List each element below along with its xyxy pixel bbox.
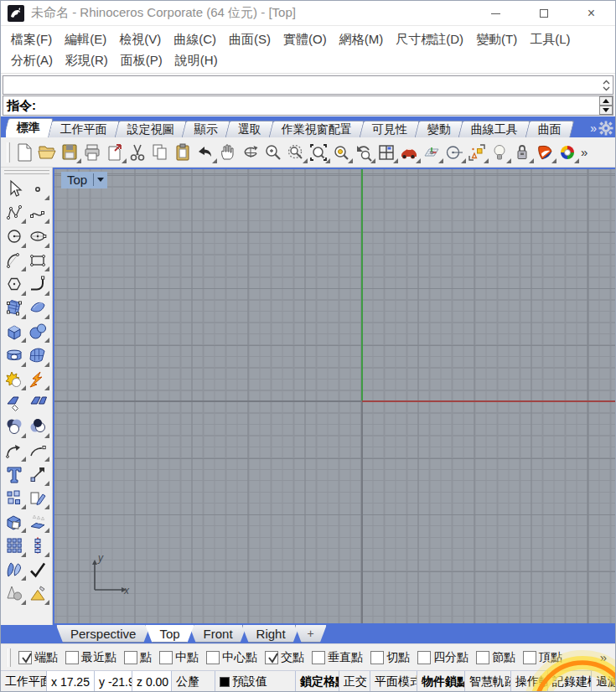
spinner-up-button[interactable] bbox=[599, 96, 613, 106]
osnap-overflow-chevron[interactable]: » bbox=[600, 650, 607, 664]
sidebar-text-button[interactable] bbox=[3, 463, 26, 486]
command-history-scrollbar[interactable] bbox=[600, 76, 612, 94]
status-cell[interactable]: 鎖定格點 bbox=[296, 671, 339, 692]
toolbar-tab[interactable]: 設定視圖 bbox=[115, 121, 188, 137]
toolbar-rotate-view-button[interactable] bbox=[240, 141, 262, 163]
gear-icon[interactable] bbox=[598, 121, 613, 136]
sidebar-spotlight-button[interactable] bbox=[27, 582, 49, 605]
sidebar-rectangle-button[interactable] bbox=[27, 249, 49, 271]
osnap-checkbox[interactable] bbox=[370, 651, 384, 664]
toolbar-paste-button[interactable] bbox=[172, 141, 194, 163]
osnap-checkbox[interactable] bbox=[476, 651, 489, 664]
status-cell[interactable]: 過濾器 bbox=[592, 671, 616, 692]
sidebar-ellipse-button[interactable] bbox=[27, 225, 49, 248]
toolbar-light-button[interactable] bbox=[489, 141, 511, 163]
toolbar-zoom-window-button[interactable] bbox=[285, 141, 308, 163]
osnap-item[interactable]: 交點 bbox=[265, 650, 304, 665]
sidebar-hatch-button[interactable] bbox=[27, 487, 49, 509]
sidebar-scale-button[interactable] bbox=[27, 463, 49, 486]
status-cell[interactable]: 智慧軌跡 bbox=[465, 671, 511, 692]
osnap-item[interactable]: 垂直點 bbox=[312, 650, 363, 665]
osnap-item[interactable]: 中點 bbox=[159, 650, 199, 665]
menu-item[interactable]: 彩現(R) bbox=[65, 53, 108, 69]
top-viewport[interactable]: Top y x bbox=[54, 169, 615, 623]
sidebar-primitives-button[interactable] bbox=[3, 582, 26, 605]
toolbar-tab[interactable]: 選取 bbox=[225, 121, 275, 137]
command-history[interactable] bbox=[3, 75, 613, 95]
sidebar-solid-union-button[interactable] bbox=[3, 510, 26, 533]
minimize-button[interactable] bbox=[472, 1, 520, 26]
sidebar-block-button[interactable] bbox=[3, 487, 26, 509]
toolbar-zoom-extents-button[interactable] bbox=[308, 141, 330, 163]
osnap-checkbox[interactable] bbox=[18, 651, 32, 664]
toolbar-overflow-chevron[interactable]: » bbox=[581, 145, 588, 159]
sidebar-explode-button[interactable] bbox=[27, 368, 49, 390]
status-cell[interactable]: x 17.25 bbox=[47, 671, 95, 692]
osnap-item[interactable]: 四分點 bbox=[417, 650, 468, 665]
toolbar-new-file-button[interactable] bbox=[13, 141, 36, 163]
status-cell[interactable]: 記錄建構歷史 bbox=[548, 671, 592, 692]
osnap-item[interactable]: 節點 bbox=[476, 650, 515, 665]
osnap-checkbox[interactable] bbox=[312, 651, 325, 664]
toolbar-tab[interactable]: 曲面 bbox=[525, 121, 575, 137]
toolbar-tab[interactable]: 變動 bbox=[415, 121, 464, 137]
menu-item[interactable]: 檔案(F) bbox=[11, 32, 52, 48]
status-cell[interactable]: z 0.00 bbox=[132, 671, 172, 692]
toolbar-circle-toggle-button[interactable] bbox=[443, 141, 466, 163]
menu-item[interactable]: 編輯(E) bbox=[65, 32, 106, 48]
toolbar-undo-button[interactable] bbox=[194, 141, 217, 163]
toolbar-viewport-layout-button[interactable] bbox=[375, 141, 398, 163]
toolbar-display-wheel-button[interactable] bbox=[556, 141, 579, 163]
sidebar-surface-grid-button[interactable] bbox=[3, 297, 26, 319]
osnap-checkbox[interactable] bbox=[523, 651, 536, 664]
sidebar-circle-button[interactable] bbox=[3, 225, 26, 248]
sidebar-check-button[interactable] bbox=[27, 558, 49, 581]
tab-overflow-chevron[interactable]: » bbox=[590, 121, 597, 135]
viewport-tab-front[interactable]: Front bbox=[189, 625, 247, 643]
sidebar-freeform-curve-button[interactable] bbox=[27, 201, 49, 224]
toolbar-tab[interactable]: 標準 bbox=[6, 118, 54, 137]
menu-item[interactable]: 工具(L) bbox=[530, 32, 570, 48]
toolbar-tab[interactable]: 作業視窗配置 bbox=[269, 121, 365, 137]
sidebar-network-surface-button[interactable] bbox=[27, 344, 49, 367]
toolbar-tab[interactable]: 工作平面 bbox=[48, 121, 121, 137]
sidebar-point-button[interactable] bbox=[27, 178, 49, 200]
status-cell[interactable]: 預設值 bbox=[215, 671, 296, 692]
toolbar-save-button[interactable] bbox=[59, 141, 81, 163]
status-cell[interactable]: 公釐 bbox=[172, 671, 215, 692]
sidebar-torus-button[interactable] bbox=[3, 344, 26, 367]
osnap-grip[interactable] bbox=[8, 648, 11, 667]
viewport-tab-perspective[interactable]: Perspective bbox=[56, 625, 150, 643]
menu-item[interactable]: 分析(A) bbox=[11, 53, 53, 69]
osnap-checkbox[interactable] bbox=[159, 651, 173, 664]
sidebar-extrude-button[interactable] bbox=[27, 510, 49, 533]
osnap-checkbox[interactable] bbox=[265, 651, 278, 664]
toolbar-pan-button[interactable] bbox=[217, 141, 240, 163]
toolbar-copy-button[interactable] bbox=[149, 141, 172, 163]
sidebar-split-button[interactable] bbox=[27, 392, 49, 415]
toolbar-car-button[interactable] bbox=[398, 141, 421, 163]
sidebar-polyline-button[interactable] bbox=[3, 201, 26, 224]
toolbar-selection-filter-button[interactable] bbox=[466, 141, 489, 163]
menu-item[interactable]: 面板(P) bbox=[121, 53, 163, 69]
sidebar-patch-surface-button[interactable] bbox=[27, 297, 49, 319]
toolbar-export-button[interactable] bbox=[104, 141, 127, 163]
osnap-item[interactable]: 中心點 bbox=[206, 650, 257, 665]
toolbar-cplane-button[interactable] bbox=[421, 141, 443, 163]
toolbar-undo-view-button[interactable] bbox=[353, 141, 375, 163]
spinner-down-button[interactable] bbox=[599, 106, 613, 115]
viewport-tab-right[interactable]: Right bbox=[242, 625, 300, 643]
menu-item[interactable]: 實體(O) bbox=[283, 32, 327, 48]
status-cell[interactable]: 平面模式 bbox=[370, 671, 417, 692]
sidebar-linear-array-button[interactable] bbox=[27, 534, 49, 557]
osnap-checkbox[interactable] bbox=[124, 651, 137, 664]
status-cell[interactable]: 正交 bbox=[339, 671, 370, 692]
status-cell[interactable]: 物件鎖點 bbox=[417, 671, 465, 692]
sidebar-trim-button[interactable] bbox=[3, 392, 26, 415]
sidebar-grip[interactable] bbox=[4, 170, 49, 174]
sidebar-select-arrow-button[interactable] bbox=[3, 178, 26, 200]
toolbar-render-fin-button[interactable] bbox=[534, 141, 556, 163]
osnap-checkbox[interactable] bbox=[206, 651, 220, 664]
status-cell[interactable]: y -21.95 bbox=[95, 671, 132, 692]
menu-item[interactable]: 網格(M) bbox=[339, 32, 384, 48]
